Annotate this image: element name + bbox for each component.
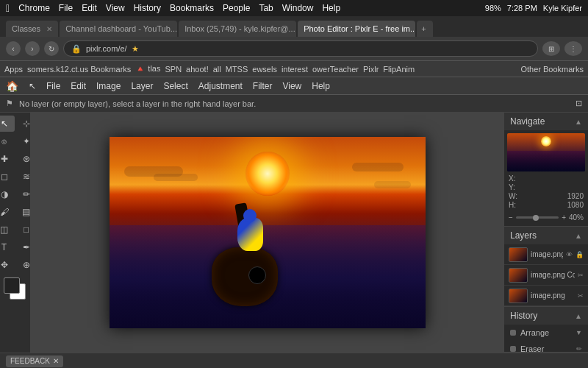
layer-lock-icon-1[interactable]: 🔒: [576, 251, 584, 258]
bm-owerteacher[interactable]: owerTeacher: [312, 65, 359, 74]
bm-apps[interactable]: Apps: [4, 65, 23, 74]
more-button[interactable]: ⋮: [564, 41, 582, 56]
history-collapse-icon[interactable]: ▲: [575, 312, 582, 320]
history-panel: Arrange ▼ Eraser ✏ Wand ✦ Clear □: [504, 325, 588, 352]
cursor-tool-icon[interactable]: ↖: [29, 81, 36, 91]
select-tool[interactable]: ↖: [0, 116, 15, 132]
layer-item-3[interactable]: image.png ✂: [504, 286, 588, 306]
browser-chrome: Classes ✕ Channel dashboard - YouTub... …: [0, 16, 588, 77]
os-menu-chrome[interactable]: Chrome: [18, 3, 50, 13]
app-menu-filter[interactable]: Filter: [253, 81, 273, 91]
text-tool[interactable]: T: [0, 239, 15, 255]
dodge-tool[interactable]: ◑: [0, 186, 15, 202]
pen-tool[interactable]: ✒: [16, 239, 32, 255]
feedback-close-icon[interactable]: ✕: [53, 357, 59, 365]
blur-tool[interactable]: ≋: [16, 169, 32, 185]
bm-pixlr[interactable]: Pixlr: [363, 65, 379, 74]
app-menu-view[interactable]: View: [282, 81, 301, 91]
app-menu-image[interactable]: Image: [96, 81, 121, 91]
layer-scissors-icon-3[interactable]: ✂: [578, 292, 584, 300]
bm-interest[interactable]: interest: [282, 65, 308, 74]
crop-tool[interactable]: ⊹: [16, 116, 32, 132]
back-button[interactable]: ‹: [6, 41, 21, 56]
layers-collapse-icon[interactable]: ▲: [575, 232, 582, 240]
gradient-tool[interactable]: ◫: [0, 222, 15, 238]
bm-somers[interactable]: somers.k12.ct.us Bookmarks: [27, 65, 131, 74]
app-menu-file[interactable]: File: [46, 81, 60, 91]
layer-item-2[interactable]: image.png Copy ✂: [504, 265, 588, 286]
bookmark-star-icon[interactable]: ★: [132, 44, 139, 54]
history-header: History ▲: [504, 307, 588, 325]
zoom-slider-thumb[interactable]: [533, 215, 539, 221]
layer-scissors-icon-2[interactable]: ✂: [578, 272, 584, 279]
bm-ahoot[interactable]: ahoot!: [186, 65, 209, 74]
app-menu-select[interactable]: Select: [163, 81, 187, 91]
tab-bar: Classes ✕ Channel dashboard - YouTub... …: [0, 16, 588, 37]
bm-all[interactable]: all: [213, 65, 221, 74]
os-menubar:  Chrome File Edit View History Bookmark…: [0, 0, 588, 16]
shape-tool[interactable]: □: [16, 222, 32, 238]
notification-close-icon[interactable]: ⊡: [576, 99, 582, 108]
navigate-collapse-icon[interactable]: ▲: [575, 118, 582, 126]
zoom-minus-icon[interactable]: −: [509, 213, 513, 222]
brush-tool[interactable]: 🖌: [0, 204, 15, 220]
feedback-button[interactable]: FEEDBACK ✕: [6, 355, 63, 367]
bm-other[interactable]: Other Bookmarks: [520, 65, 584, 74]
os-menu-bookmarks[interactable]: Bookmarks: [170, 3, 214, 13]
history-arrange-1[interactable]: Arrange ▼: [504, 325, 588, 341]
bm-flipanim[interactable]: FlipAnim: [383, 65, 415, 74]
os-menu-tab[interactable]: Tab: [259, 3, 273, 13]
guitar-body: [212, 247, 278, 306]
parrot-element: [237, 218, 263, 251]
tab-classes[interactable]: Classes ✕: [6, 21, 58, 37]
hand-tool[interactable]: ✥: [0, 257, 15, 273]
new-tab-button[interactable]: +: [417, 21, 433, 37]
zoom-plus-icon[interactable]: +: [562, 213, 566, 222]
clone-tool[interactable]: ⊛: [16, 151, 32, 167]
foreground-color-swatch[interactable]: [4, 277, 20, 294]
tab-classes-close[interactable]: ✕: [46, 25, 52, 33]
os-menu-view[interactable]: View: [106, 3, 125, 13]
reload-button[interactable]: ↻: [44, 41, 59, 56]
os-menu-edit[interactable]: Edit: [82, 3, 97, 13]
fill-tool[interactable]: ▤: [16, 204, 32, 220]
app-menu-edit[interactable]: Edit: [71, 81, 86, 91]
apple-menu[interactable]: : [6, 2, 10, 14]
layers-section: Layers ▲ image.png 👁 🔒 image.png Copy ✂: [504, 227, 588, 307]
bm-spn[interactable]: SPN: [165, 65, 182, 74]
os-menu-window[interactable]: Window: [282, 3, 314, 13]
history-eraser[interactable]: Eraser ✏: [504, 341, 588, 352]
bm-ewsels[interactable]: ewsels: [252, 65, 277, 74]
zoom-tool[interactable]: ⊕: [16, 257, 32, 273]
eraser-tool[interactable]: ◻: [0, 169, 15, 185]
layer-item-1[interactable]: image.png 👁 🔒: [504, 244, 588, 265]
y-label: Y:: [509, 183, 515, 191]
tab-youtube[interactable]: Channel dashboard - YouTub... ✕: [60, 21, 177, 37]
extensions-button[interactable]: ⊞: [542, 41, 560, 56]
app-menu-help[interactable]: Help: [312, 81, 330, 91]
os-menu-help[interactable]: Help: [322, 3, 340, 13]
tab-pixlr[interactable]: Photo Editor : Pixlr E - free im... ✕: [298, 21, 415, 37]
os-menu-people[interactable]: People: [223, 3, 250, 13]
wand-tool[interactable]: ✦: [16, 133, 32, 149]
layer-eye-icon-1[interactable]: 👁: [566, 251, 573, 258]
canvas-area[interactable]: [31, 113, 503, 353]
zoom-slider-track[interactable]: [516, 216, 559, 219]
home-icon[interactable]: 🏠: [6, 80, 18, 92]
lasso-tool[interactable]: ⌾: [0, 133, 15, 149]
bm-tlas[interactable]: 🔺 tlas: [135, 64, 160, 74]
y-coord-row: Y:: [509, 183, 584, 191]
navigate-header: Navigate ▲: [504, 113, 588, 130]
draw-tool[interactable]: ✏: [16, 186, 32, 202]
tab-inbox[interactable]: Inbox (25,749) - kyle.kipfer@... ✕: [179, 21, 296, 37]
color-swatches[interactable]: [4, 277, 27, 301]
bm-mtss[interactable]: MTSS: [226, 65, 248, 74]
app-menu-adjustment[interactable]: Adjustment: [198, 81, 243, 91]
lock-icon: 🔒: [71, 44, 82, 54]
heal-tool[interactable]: ✚: [0, 151, 15, 167]
os-menu-history[interactable]: History: [134, 3, 161, 13]
forward-button[interactable]: ›: [25, 41, 40, 56]
app-menu-layer[interactable]: Layer: [131, 81, 153, 91]
address-bar[interactable]: 🔒 pixlr.com/e/ ★: [63, 40, 538, 57]
os-menu-file[interactable]: File: [59, 3, 73, 13]
